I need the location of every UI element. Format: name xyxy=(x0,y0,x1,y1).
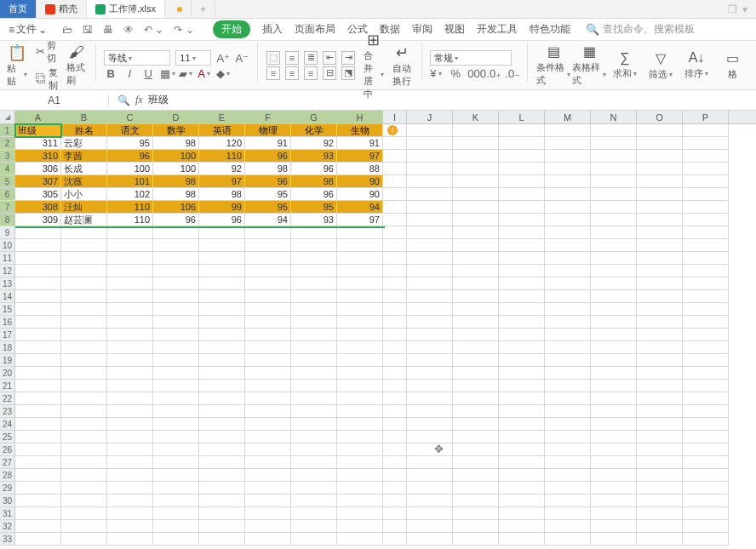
cell[interactable] xyxy=(15,265,61,277)
merge-center-button[interactable]: ⊞合并居中 xyxy=(364,43,384,88)
cell[interactable]: 310 xyxy=(15,150,61,163)
cell[interactable] xyxy=(337,405,383,418)
cell[interactable] xyxy=(337,367,383,380)
cell[interactable] xyxy=(683,482,729,495)
cell[interactable] xyxy=(591,507,637,520)
cell[interactable] xyxy=(683,277,729,290)
cell[interactable] xyxy=(545,392,591,405)
cell[interactable] xyxy=(61,252,107,265)
align-right-button[interactable]: ≡ xyxy=(304,66,318,80)
cell[interactable] xyxy=(545,290,591,303)
row-header[interactable]: 1 xyxy=(0,124,15,137)
cell[interactable] xyxy=(407,354,453,367)
cell[interactable] xyxy=(499,469,545,482)
cell[interactable] xyxy=(153,380,199,392)
cell[interactable] xyxy=(245,226,291,239)
cell[interactable] xyxy=(591,137,637,150)
cell[interactable] xyxy=(107,341,153,354)
cell[interactable] xyxy=(153,341,199,354)
cell[interactable] xyxy=(637,163,683,175)
cell[interactable] xyxy=(245,239,291,252)
cell[interactable] xyxy=(591,520,637,533)
table-style-button[interactable]: ▦表格样式 xyxy=(572,43,606,88)
cell[interactable] xyxy=(683,367,729,380)
cell[interactable]: 数学 xyxy=(153,124,199,137)
col-header-I[interactable]: I xyxy=(383,111,407,123)
cell[interactable] xyxy=(683,341,729,354)
cell[interactable]: 赵芸澜 xyxy=(61,214,107,226)
cell[interactable] xyxy=(291,507,337,520)
caret-icon[interactable]: ▾ xyxy=(742,3,747,15)
row-header[interactable]: 8 xyxy=(0,214,15,226)
cell[interactable] xyxy=(61,405,107,418)
decimal-decrease-button[interactable]: .0₋ xyxy=(505,67,518,80)
col-header-H[interactable]: H xyxy=(337,111,383,123)
cell[interactable] xyxy=(337,380,383,392)
cell[interactable] xyxy=(199,226,245,239)
cell[interactable] xyxy=(199,265,245,277)
cell[interactable] xyxy=(591,290,637,303)
cell[interactable] xyxy=(383,137,407,150)
cell[interactable] xyxy=(545,226,591,239)
cell[interactable] xyxy=(337,418,383,431)
cell[interactable] xyxy=(61,367,107,380)
cell[interactable] xyxy=(107,290,153,303)
cell[interactable] xyxy=(153,405,199,418)
col-header-L[interactable]: L xyxy=(499,111,545,123)
cell[interactable] xyxy=(637,265,683,277)
cell[interactable] xyxy=(383,380,407,392)
cell[interactable] xyxy=(407,392,453,405)
cell[interactable] xyxy=(291,392,337,405)
cell[interactable] xyxy=(337,469,383,482)
cell[interactable]: 101 xyxy=(107,175,153,188)
cell[interactable] xyxy=(499,239,545,252)
row-header[interactable]: 18 xyxy=(0,341,15,354)
cell[interactable] xyxy=(499,431,545,443)
cell[interactable] xyxy=(107,495,153,507)
format-button[interactable]: ▭格 xyxy=(715,43,749,88)
copy-button[interactable]: ⿻复制 xyxy=(36,66,58,92)
cell[interactable] xyxy=(245,533,291,546)
cell[interactable] xyxy=(61,341,107,354)
cell[interactable] xyxy=(153,316,199,329)
cell[interactable] xyxy=(499,341,545,354)
cell[interactable] xyxy=(453,533,499,546)
cell[interactable]: ! ▾ xyxy=(383,124,407,137)
cell[interactable] xyxy=(383,418,407,431)
cell[interactable] xyxy=(591,380,637,392)
cell[interactable] xyxy=(499,316,545,329)
cell[interactable] xyxy=(453,431,499,443)
cell[interactable] xyxy=(637,469,683,482)
cell[interactable] xyxy=(591,469,637,482)
align-top-button[interactable]: ⬚ xyxy=(266,51,280,65)
cell[interactable] xyxy=(591,354,637,367)
cell[interactable] xyxy=(591,252,637,265)
cell[interactable] xyxy=(245,392,291,405)
col-header-D[interactable]: D xyxy=(153,111,199,123)
cell[interactable]: 305 xyxy=(15,188,61,201)
ribbon-tab-8[interactable]: 特色功能 xyxy=(530,22,570,37)
cell[interactable] xyxy=(545,495,591,507)
cell[interactable]: 沈薇 xyxy=(61,175,107,188)
cell[interactable] xyxy=(591,367,637,380)
cell[interactable] xyxy=(407,124,453,137)
cell[interactable] xyxy=(545,175,591,188)
cell[interactable] xyxy=(15,354,61,367)
cell[interactable] xyxy=(453,329,499,341)
cell[interactable]: 97 xyxy=(337,214,383,226)
cell[interactable] xyxy=(61,431,107,443)
cell[interactable]: 物理 xyxy=(245,124,291,137)
cell[interactable] xyxy=(591,495,637,507)
cell[interactable] xyxy=(545,507,591,520)
cell[interactable] xyxy=(245,507,291,520)
cell[interactable] xyxy=(637,124,683,137)
cell[interactable] xyxy=(337,495,383,507)
cell[interactable] xyxy=(545,456,591,469)
cell[interactable] xyxy=(453,380,499,392)
cell[interactable] xyxy=(637,137,683,150)
cell[interactable] xyxy=(407,507,453,520)
cell[interactable]: 云彩 xyxy=(61,137,107,150)
cell[interactable] xyxy=(199,329,245,341)
cell[interactable] xyxy=(15,482,61,495)
cell[interactable] xyxy=(407,329,453,341)
